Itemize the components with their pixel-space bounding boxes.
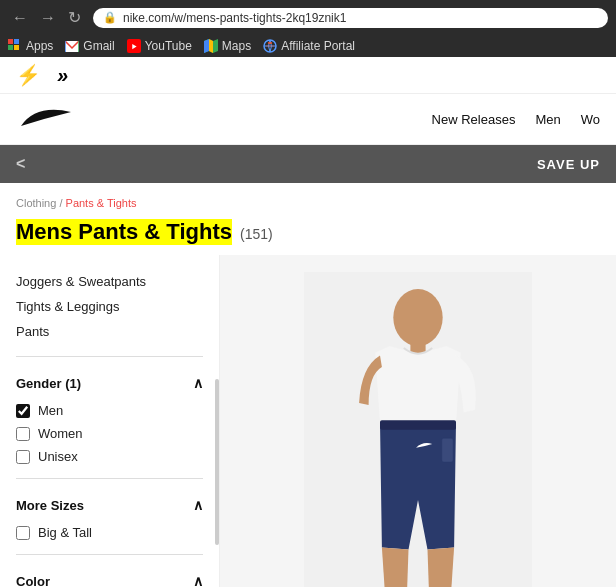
filter-color: Color ∧ Black White Red — [16, 565, 203, 587]
svg-rect-19 — [442, 438, 453, 462]
gmail-icon — [65, 39, 79, 53]
youtube-icon — [127, 39, 141, 53]
filter-gender-label: Gender (1) — [16, 376, 81, 391]
page-title-area: Mens Pants & Tights (151) — [0, 215, 616, 255]
maps-icon — [204, 39, 218, 53]
breadcrumb-parent[interactable]: Clothing — [16, 197, 56, 209]
filter-gender-count: (1) — [65, 376, 81, 391]
apps-label: Apps — [26, 39, 53, 53]
svg-marker-11 — [204, 39, 209, 53]
filter-color-chevron: ∧ — [193, 573, 203, 587]
sidebar: Joggers & Sweatpants Tights & Leggings P… — [0, 255, 220, 587]
filter-gender-options: Men Women Unisex — [16, 399, 203, 468]
filter-option-women[interactable]: Women — [16, 422, 203, 445]
content-area: Joggers & Sweatpants Tights & Leggings P… — [0, 255, 616, 587]
filter-label-big-tall: Big & Tall — [38, 525, 92, 540]
filter-option-men[interactable]: Men — [16, 399, 203, 422]
address-bar[interactable]: 🔒 nike.com/w/mens-pants-tights-2kq19znik… — [93, 8, 608, 28]
bookmarks-bar: Apps Gmail YouTube — [0, 35, 616, 57]
promo-prev-arrow[interactable]: < — [16, 155, 25, 173]
youtube-label: YouTube — [145, 39, 192, 53]
filter-option-big-tall[interactable]: Big & Tall — [16, 521, 203, 544]
apps-grid-icon — [8, 39, 22, 53]
filter-sizes-options: Big & Tall — [16, 521, 203, 544]
nike-swoosh-logo — [16, 104, 76, 134]
filter-label-unisex: Unisex — [38, 449, 78, 464]
converse-icon: » — [57, 64, 68, 87]
filter-sizes: More Sizes ∧ Big & Tall — [16, 489, 203, 544]
filter-color-label: Color — [16, 574, 50, 588]
promo-banner: < SAVE UP — [0, 145, 616, 183]
category-tights[interactable]: Tights & Leggings — [16, 294, 203, 319]
promo-save-text: SAVE UP — [537, 157, 600, 172]
category-joggers[interactable]: Joggers & Sweatpants — [16, 269, 203, 294]
filter-divider-2 — [16, 478, 203, 479]
svg-rect-20 — [380, 420, 456, 430]
category-pants[interactable]: Pants — [16, 319, 203, 344]
svg-rect-18 — [410, 340, 425, 353]
svg-point-17 — [393, 289, 442, 346]
browser-chrome: ← → ↻ 🔒 nike.com/w/mens-pants-tights-2kq… — [0, 0, 616, 35]
lock-icon: 🔒 — [103, 11, 117, 24]
filter-checkbox-big-tall[interactable] — [16, 526, 30, 540]
sidebar-scrollbar[interactable] — [215, 379, 219, 545]
filter-color-header[interactable]: Color ∧ — [16, 565, 203, 587]
bookmark-youtube[interactable]: YouTube — [127, 39, 192, 53]
refresh-button[interactable]: ↻ — [64, 6, 85, 29]
filter-gender-chevron: ∧ — [193, 375, 203, 391]
svg-rect-2 — [8, 45, 13, 50]
filter-sizes-header[interactable]: More Sizes ∧ — [16, 489, 203, 521]
filter-label-men: Men — [38, 403, 63, 418]
bookmark-apps[interactable]: Apps — [8, 39, 53, 53]
filter-sizes-chevron: ∧ — [193, 497, 203, 513]
filter-gender-header[interactable]: Gender (1) ∧ — [16, 367, 203, 399]
bookmark-gmail[interactable]: Gmail — [65, 39, 114, 53]
filter-checkbox-unisex[interactable] — [16, 450, 30, 464]
breadcrumb-separator: / — [59, 197, 62, 209]
nike-top-nav: ⚡ » — [0, 57, 616, 94]
nav-women[interactable]: Wo — [581, 112, 600, 127]
filter-option-unisex[interactable]: Unisex — [16, 445, 203, 468]
jumpman-icon: ⚡ — [16, 63, 41, 87]
filter-divider-1 — [16, 356, 203, 357]
svg-rect-0 — [8, 39, 13, 44]
filter-checkbox-women[interactable] — [16, 427, 30, 441]
nav-new-releases[interactable]: New Releases — [432, 112, 516, 127]
nav-men[interactable]: Men — [535, 112, 560, 127]
nike-logo-area — [16, 104, 76, 134]
main-nav: New Releases Men Wo — [0, 94, 616, 145]
svg-rect-3 — [14, 45, 19, 50]
main-nav-links: New Releases Men Wo — [432, 112, 600, 127]
product-area — [220, 255, 616, 587]
forward-button[interactable]: → — [36, 6, 60, 29]
gmail-label: Gmail — [83, 39, 114, 53]
filter-gender: Gender (1) ∧ Men Women Unisex — [16, 367, 203, 468]
svg-rect-1 — [14, 39, 19, 44]
breadcrumb-current: Pants & Tights — [66, 197, 137, 209]
url-text: nike.com/w/mens-pants-tights-2kq19znik1 — [123, 11, 346, 25]
bookmark-maps[interactable]: Maps — [204, 39, 251, 53]
svg-marker-10 — [209, 39, 213, 53]
maps-label: Maps — [222, 39, 251, 53]
breadcrumb: Clothing / Pants & Tights — [0, 183, 616, 209]
product-image — [298, 272, 538, 587]
page-title: Mens Pants & Tights — [16, 219, 232, 245]
filter-label-women: Women — [38, 426, 83, 441]
filter-divider-3 — [16, 554, 203, 555]
category-list: Joggers & Sweatpants Tights & Leggings P… — [16, 269, 203, 344]
bookmark-affiliate[interactable]: Affiliate Portal — [263, 39, 355, 53]
filter-checkbox-men[interactable] — [16, 404, 30, 418]
back-button[interactable]: ← — [8, 6, 32, 29]
nav-buttons: ← → ↻ — [8, 6, 85, 29]
affiliate-label: Affiliate Portal — [281, 39, 355, 53]
result-count: (151) — [240, 226, 273, 242]
filter-sizes-label: More Sizes — [16, 498, 84, 513]
affiliate-icon — [263, 39, 277, 53]
